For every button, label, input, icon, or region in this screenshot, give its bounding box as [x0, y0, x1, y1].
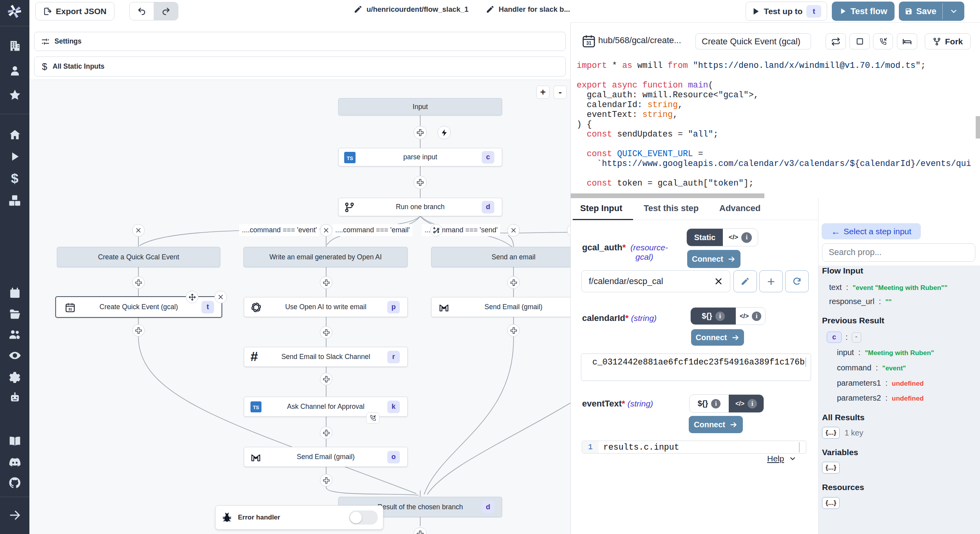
svg-text:TS: TS: [347, 156, 353, 161]
svg-text:31: 31: [586, 40, 592, 46]
svg-text:TS: TS: [253, 405, 259, 410]
svg-text:31: 31: [68, 307, 72, 311]
